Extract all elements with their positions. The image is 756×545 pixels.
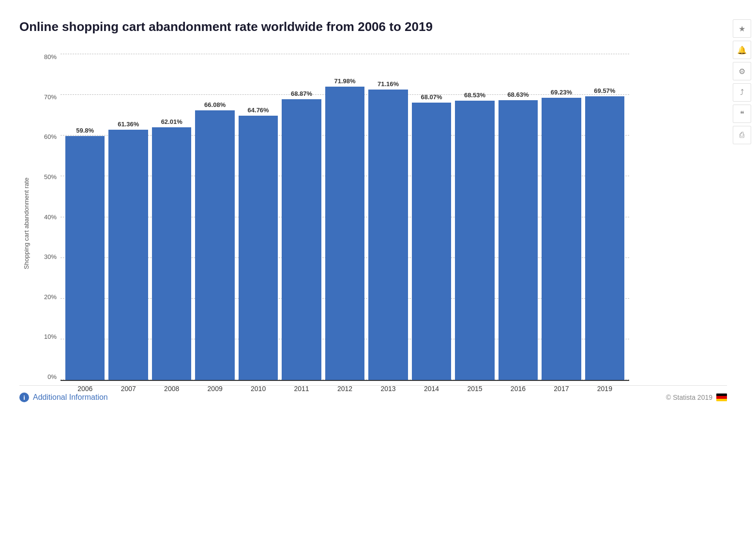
copyright-text: © Statista 2019 (666, 394, 712, 401)
bar-label-2013: 71.16% (378, 80, 399, 88)
info-icon: i (19, 393, 29, 402)
bar-group-2017: 69.23% (542, 54, 581, 380)
main-container: Online shopping cart abandonment rate wo… (0, 0, 756, 412)
quote-button[interactable]: ❝ (733, 105, 751, 123)
bar-2017[interactable] (542, 98, 581, 380)
bar-label-2014: 68.07% (421, 93, 442, 101)
additional-info-link[interactable]: i Additional Information (19, 393, 108, 402)
chart-title: Online shopping cart abandonment rate wo… (19, 19, 552, 34)
footer: i Additional Information © Statista 2019 (19, 385, 727, 402)
bar-group-2009: 66.08% (195, 54, 234, 380)
print-button[interactable]: ⎙ (733, 126, 751, 144)
bar-2015[interactable] (455, 101, 494, 380)
bar-label-2009: 66.08% (204, 101, 226, 108)
bar-group-2006: 59.8% (65, 54, 105, 380)
bar-2008[interactable] (152, 127, 191, 380)
bar-group-2019: 69.57% (585, 54, 624, 380)
y-tick-70: 70% (39, 94, 60, 100)
bar-2009[interactable] (195, 110, 234, 380)
bar-label-2007: 61.36% (118, 121, 139, 128)
chart-inner: 0%10%20%30%40%50%60%70%80% 59.8%61.36%62… (39, 54, 629, 393)
y-axis-label-container: Shopping cart abandonment rate (19, 54, 34, 393)
bar-2010[interactable] (239, 116, 278, 380)
y-tick-30: 30% (39, 254, 60, 260)
bar-label-2011: 68.87% (291, 90, 312, 97)
y-axis-label: Shopping cart abandonment rate (23, 177, 30, 269)
y-tick-10: 10% (39, 333, 60, 340)
grid-and-bars: 0%10%20%30%40%50%60%70%80% 59.8%61.36%62… (39, 54, 629, 381)
y-tick-40: 40% (39, 214, 60, 220)
bar-2006[interactable] (65, 136, 105, 380)
bar-2016[interactable] (499, 100, 538, 380)
bar-label-2010: 64.76% (248, 106, 269, 114)
bar-label-2012: 71.98% (334, 77, 356, 85)
bar-2012[interactable] (325, 87, 364, 380)
y-tick-80: 80% (39, 54, 60, 60)
copyright-area: © Statista 2019 (666, 394, 727, 401)
additional-info-label: Additional Information (33, 393, 108, 402)
bar-label-2008: 62.01% (161, 118, 182, 125)
share-button[interactable]: ⤴ (733, 83, 751, 102)
sidebar-icons: ★ 🔔 ⚙ ⤴ ❝ ⎙ (733, 19, 751, 144)
y-tick-20: 20% (39, 294, 60, 300)
y-tick-0: 0% (39, 374, 60, 380)
bar-2013[interactable] (368, 90, 408, 380)
y-tick-60: 60% (39, 134, 60, 140)
bar-group-2010: 64.76% (239, 54, 278, 380)
bar-group-2016: 68.63% (499, 54, 538, 380)
bar-group-2012: 71.98% (325, 54, 364, 380)
bar-group-2007: 61.36% (108, 54, 148, 380)
bar-group-2011: 68.87% (282, 54, 321, 380)
bar-2011[interactable] (282, 99, 321, 380)
bar-label-2019: 69.57% (594, 87, 615, 94)
y-tick-50: 50% (39, 174, 60, 180)
bar-group-2008: 62.01% (152, 54, 191, 380)
bar-2007[interactable] (108, 130, 148, 380)
bar-group-2014: 68.07% (412, 54, 451, 380)
bell-button[interactable]: 🔔 (733, 41, 751, 59)
bar-label-2006: 59.8% (76, 127, 94, 134)
bar-label-2017: 69.23% (551, 89, 572, 96)
gear-button[interactable]: ⚙ (733, 62, 751, 80)
bars-container: 59.8%61.36%62.01%66.08%64.76%68.87%71.98… (60, 54, 629, 381)
bar-group-2013: 71.16% (368, 54, 408, 380)
bar-group-2015: 68.53% (455, 54, 494, 380)
flag-icon (716, 394, 727, 401)
bars-row: 59.8%61.36%62.01%66.08%64.76%68.87%71.98… (60, 54, 629, 380)
bar-2019[interactable] (585, 96, 624, 380)
bar-2014[interactable] (412, 103, 451, 380)
star-button[interactable]: ★ (733, 19, 751, 38)
y-axis-ticks: 0%10%20%30%40%50%60%70%80% (39, 54, 60, 381)
chart-area: Shopping cart abandonment rate 0%10%20%3… (19, 54, 629, 393)
bar-label-2015: 68.53% (464, 91, 485, 99)
bar-label-2016: 68.63% (507, 91, 529, 98)
